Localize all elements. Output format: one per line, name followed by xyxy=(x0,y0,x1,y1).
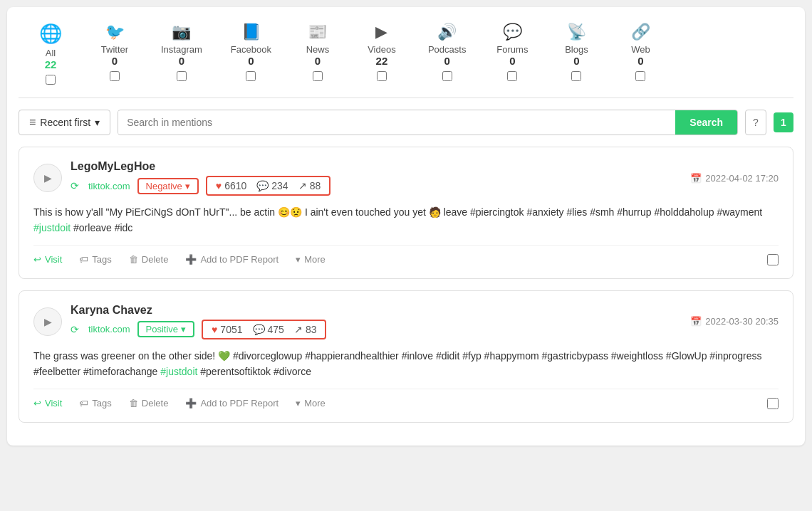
more-action-2[interactable]: ▾ More xyxy=(296,398,326,409)
comments-stat-2: 💬 475 xyxy=(253,324,284,335)
post-author-1: LegoMyLegHoe xyxy=(71,160,330,173)
source-tab-videos[interactable]: ▶ Videos 22 xyxy=(350,19,414,85)
tags-action-2[interactable]: 🏷 Tags xyxy=(79,398,111,409)
likes-stat-1: ♥ 6610 xyxy=(216,180,246,191)
videos-checkbox[interactable] xyxy=(377,71,387,81)
news-label: News xyxy=(306,44,330,55)
pdf-action-1[interactable]: ➕ Add to PDF Report xyxy=(185,254,279,265)
pdf-action-2[interactable]: ➕ Add to PDF Report xyxy=(185,398,279,409)
podcasts-count: 0 xyxy=(444,55,449,67)
forums-icon: 💬 xyxy=(503,23,522,41)
web-icon: 🔗 xyxy=(631,23,650,41)
blogs-count: 0 xyxy=(573,55,579,67)
tags-label-1: Tags xyxy=(92,254,111,265)
post-source-row-2: ⟳ tiktok.com Positive ▾ ♥ 7051 xyxy=(71,320,326,339)
sentiment-chevron-icon-2: ▾ xyxy=(181,324,186,334)
hashtag-justdoit-1: #justdoit xyxy=(33,222,71,233)
comment-icon-1: 💬 xyxy=(256,180,269,191)
source-link-1[interactable]: tiktok.com xyxy=(88,181,130,191)
visit-action-2[interactable]: ↩ Visit xyxy=(33,398,62,409)
blogs-icon: 📡 xyxy=(567,23,586,41)
delete-action-1[interactable]: 🗑 Delete xyxy=(129,254,169,265)
sentiment-chevron-icon-1: ▾ xyxy=(185,181,190,191)
source-tab-all[interactable]: 🌐 All 22 xyxy=(19,19,83,89)
news-checkbox[interactable] xyxy=(313,71,323,81)
instagram-label: Instagram xyxy=(161,44,202,55)
pdf-label-1: Add to PDF Report xyxy=(200,254,279,265)
tags-icon-2: 🏷 xyxy=(79,398,88,409)
instagram-icon: 📷 xyxy=(172,23,191,41)
source-tab-forums[interactable]: 💬 Forums 0 xyxy=(480,19,544,85)
post-source-row-1: ⟳ tiktok.com Negative ▾ ♥ 6610 xyxy=(71,176,330,196)
twitter-checkbox[interactable] xyxy=(110,71,120,81)
sentiment-label-2: Positive xyxy=(146,324,179,334)
search-input[interactable] xyxy=(118,111,675,134)
shares-count-1: 88 xyxy=(310,180,321,191)
sort-button[interactable]: ≡ Recent first ▾ xyxy=(19,110,110,135)
source-tab-instagram[interactable]: 📷 Instagram 0 xyxy=(147,19,217,85)
source-tab-news[interactable]: 📰 News 0 xyxy=(286,19,350,85)
source-tab-web[interactable]: 🔗 Web 0 xyxy=(608,19,672,85)
source-tab-facebook[interactable]: 📘 Facebook 0 xyxy=(217,19,286,85)
forums-checkbox[interactable] xyxy=(507,71,517,81)
comments-count-1: 234 xyxy=(271,180,288,191)
source-tabs: 🌐 All 22 🐦 Twitter 0 📷 Instagram 0 📘 Fac… xyxy=(19,19,793,98)
help-button[interactable]: ? xyxy=(745,110,766,135)
hashtag-justdoit-2: #justdoit xyxy=(160,366,197,377)
blogs-label: Blogs xyxy=(565,44,588,55)
post-checkbox-2[interactable] xyxy=(767,398,779,409)
post-header-left-2: ▶ Karyna Chavez ⟳ tiktok.com Positive ▾ … xyxy=(33,304,326,339)
forums-count: 0 xyxy=(509,55,515,67)
likes-count-2: 7051 xyxy=(220,324,242,335)
source-tab-podcasts[interactable]: 🔊 Podcasts 0 xyxy=(414,19,480,85)
calendar-icon-1: 📅 xyxy=(690,173,702,184)
facebook-checkbox[interactable] xyxy=(246,71,256,81)
sort-icon: ≡ xyxy=(29,116,36,129)
news-count: 0 xyxy=(315,55,321,67)
post-meta-1: LegoMyLegHoe ⟳ tiktok.com Negative ▾ ♥ 6… xyxy=(71,160,330,196)
twitter-count: 0 xyxy=(112,55,118,67)
post-actions-2: ↩ Visit 🏷 Tags 🗑 Delete ➕ Add to PDF Rep… xyxy=(33,389,779,409)
all-icon: 🌐 xyxy=(39,23,62,45)
instagram-count: 0 xyxy=(179,55,184,67)
shares-stat-2: ↗ 83 xyxy=(294,324,317,335)
forums-label: Forums xyxy=(496,44,528,55)
comments-count-2: 475 xyxy=(268,324,284,335)
share-icon-1: ↗ xyxy=(298,180,307,191)
instagram-checkbox[interactable] xyxy=(177,71,187,81)
play-button-1[interactable]: ▶ xyxy=(33,164,62,192)
web-label: Web xyxy=(631,44,650,55)
visit-action-1[interactable]: ↩ Visit xyxy=(33,254,62,265)
delete-icon-1: 🗑 xyxy=(129,254,138,265)
web-checkbox[interactable] xyxy=(635,71,645,81)
pdf-icon-1: ➕ xyxy=(185,254,197,265)
twitter-icon: 🐦 xyxy=(105,23,125,41)
delete-action-2[interactable]: 🗑 Delete xyxy=(129,398,169,409)
search-button[interactable]: Search xyxy=(675,110,737,135)
tags-action-1[interactable]: 🏷 Tags xyxy=(79,254,111,265)
more-label-1: More xyxy=(304,254,326,265)
stats-box-1: ♥ 6610 💬 234 ↗ 88 xyxy=(206,176,330,196)
blogs-checkbox[interactable] xyxy=(571,71,581,81)
post-meta-2: Karyna Chavez ⟳ tiktok.com Positive ▾ ♥ … xyxy=(71,304,326,339)
all-checkbox[interactable] xyxy=(46,75,56,85)
heart-icon-2: ♥ xyxy=(212,324,217,335)
videos-count: 22 xyxy=(376,55,388,67)
pdf-icon-2: ➕ xyxy=(185,398,197,409)
post-checkbox-1[interactable] xyxy=(767,254,779,265)
more-label-2: More xyxy=(304,398,326,409)
source-tab-blogs[interactable]: 📡 Blogs 0 xyxy=(544,19,608,85)
sentiment-badge-2[interactable]: Positive ▾ xyxy=(137,321,195,337)
comment-icon-2: 💬 xyxy=(253,324,265,335)
sentiment-badge-1[interactable]: Negative ▾ xyxy=(137,178,199,194)
pdf-label-2: Add to PDF Report xyxy=(200,398,279,409)
visit-label-2: Visit xyxy=(45,398,62,409)
play-button-2[interactable]: ▶ xyxy=(33,307,62,336)
more-action-1[interactable]: ▾ More xyxy=(296,254,326,265)
podcasts-checkbox[interactable] xyxy=(442,71,452,81)
tiktok-icon-1: ⟳ xyxy=(71,180,79,191)
source-tab-twitter[interactable]: 🐦 Twitter 0 xyxy=(83,19,147,85)
heart-icon-1: ♥ xyxy=(216,180,222,191)
videos-label: Videos xyxy=(368,44,396,55)
source-link-2[interactable]: tiktok.com xyxy=(88,324,130,334)
